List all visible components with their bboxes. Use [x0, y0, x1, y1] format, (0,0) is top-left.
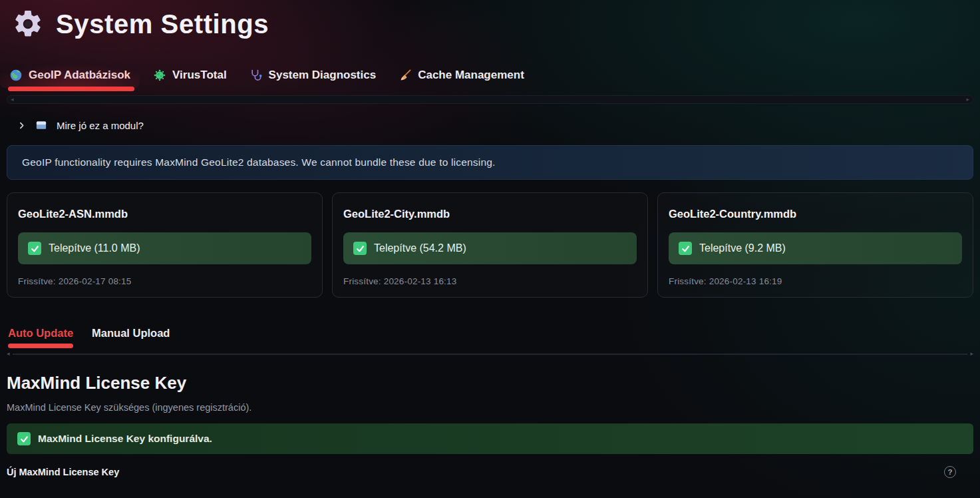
module-info-toggle[interactable]: Mire jó ez a modul?	[7, 119, 973, 131]
scroll-right-icon[interactable]: ▸	[970, 351, 973, 357]
new-license-row: Új MaxMind License Key ?	[7, 466, 973, 478]
divider	[13, 354, 968, 355]
subtab-label: Manual Upload	[92, 327, 170, 339]
tab-label: VirusTotal	[172, 69, 227, 82]
tab-label: System Diagnostics	[269, 69, 377, 82]
database-name: GeoLite2-Country.mmdb	[669, 208, 962, 220]
subtab-manual-upload[interactable]: Manual Upload	[92, 327, 170, 347]
subtab-label: Auto Update	[8, 327, 73, 339]
tab-label: Cache Management	[418, 69, 524, 82]
license-section-heading: MaxMind License Key	[7, 373, 973, 393]
module-info-label: Mire jó ez a modul?	[57, 120, 144, 131]
licensing-notice-text: GeoIP functionality requires MaxMind Geo…	[22, 156, 496, 168]
installed-status-banner: Telepítve (54.2 MB)	[343, 232, 637, 264]
check-icon	[17, 432, 31, 445]
license-section-subtitle: MaxMind License Key szükséges (ingyenes …	[7, 402, 973, 413]
tab-system-diagnostics[interactable]: System Diagnostics	[248, 65, 378, 89]
update-mode-tabs: Auto Update Manual Upload	[7, 327, 973, 347]
tab-geoip-adatbazisok[interactable]: GeoIP Adatbázisok	[8, 65, 132, 89]
installed-status-banner: Telepítve (11.0 MB)	[18, 232, 311, 264]
licensing-notice: GeoIP functionality requires MaxMind Geo…	[7, 145, 973, 180]
gear-icon	[12, 8, 44, 40]
license-configured-banner: MaxMind License Key konfigurálva.	[7, 423, 973, 454]
main-tabs: GeoIP Adatbázisok VirusTotal System Diag…	[7, 65, 973, 89]
database-cards: GeoLite2-ASN.mmdb Telepítve (11.0 MB) Fr…	[7, 192, 973, 298]
scroll-left-icon[interactable]: ◂	[7, 351, 10, 357]
page-header: System Settings	[7, 0, 973, 40]
installed-status-text: Telepítve (11.0 MB)	[49, 242, 140, 254]
installed-status-banner: Telepítve (9.2 MB)	[669, 232, 962, 264]
new-license-key-label: Új MaxMind License Key	[7, 467, 119, 477]
tab-virustotal[interactable]: VirusTotal	[152, 65, 228, 89]
installed-status-text: Telepítve (54.2 MB)	[374, 242, 466, 254]
updated-timestamp: Frissítve: 2026-02-13 16:13	[343, 276, 637, 286]
scroll-left-icon[interactable]: ◂	[11, 97, 14, 103]
tabs-scrollbar[interactable]: ◂ ▸	[7, 95, 973, 104]
database-card-asn: GeoLite2-ASN.mmdb Telepítve (11.0 MB) Fr…	[7, 192, 323, 298]
stethoscope-icon	[249, 69, 263, 82]
updated-timestamp: Frissítve: 2026-02-13 16:19	[669, 276, 962, 286]
database-name: GeoLite2-City.mmdb	[343, 208, 637, 220]
book-icon	[35, 119, 48, 131]
check-icon	[28, 242, 41, 255]
globe-icon	[9, 69, 23, 82]
subtab-auto-update[interactable]: Auto Update	[8, 327, 73, 347]
system-settings-page: System Settings GeoIP Adatbázisok VirusT…	[0, 0, 980, 478]
database-card-country: GeoLite2-Country.mmdb Telepítve (9.2 MB)…	[657, 192, 973, 298]
updated-timestamp: Frissítve: 2026-02-17 08:15	[18, 276, 311, 286]
database-name: GeoLite2-ASN.mmdb	[18, 208, 311, 220]
tab-label: GeoIP Adatbázisok	[29, 69, 130, 82]
subtabs-scrollbar[interactable]: ◂ ▸	[7, 351, 973, 357]
chevron-right-icon	[17, 121, 26, 130]
tab-cache-management[interactable]: Cache Management	[397, 65, 526, 89]
help-icon[interactable]: ?	[944, 466, 956, 478]
check-icon	[679, 242, 692, 255]
check-icon	[353, 242, 367, 255]
database-card-city: GeoLite2-City.mmdb Telepítve (54.2 MB) F…	[332, 192, 648, 298]
license-configured-text: MaxMind License Key konfigurálva.	[38, 433, 212, 445]
scroll-right-icon[interactable]: ▸	[966, 97, 969, 103]
virus-icon	[153, 69, 166, 82]
broom-icon	[399, 69, 412, 82]
installed-status-text: Telepítve (9.2 MB)	[699, 242, 786, 254]
page-title: System Settings	[56, 9, 269, 39]
